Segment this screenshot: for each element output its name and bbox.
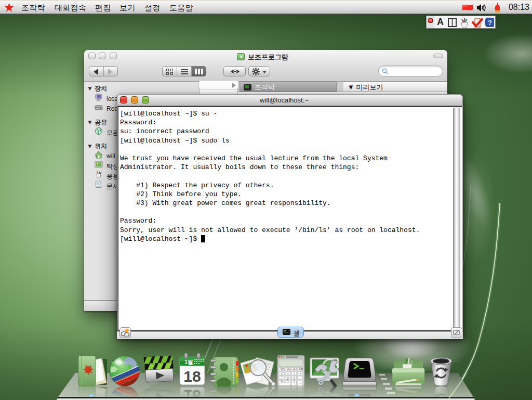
svg-text:MC: MC: [281, 368, 285, 371]
svg-text:?: ?: [488, 19, 492, 27]
svg-text:MR: MR: [299, 368, 303, 371]
svg-text:+: +: [300, 382, 301, 384]
svg-text:M+: M+: [287, 368, 290, 371]
svg-text:1월: 1월: [184, 359, 193, 365]
svg-text:M-: M-: [293, 368, 296, 371]
svg-text:18: 18: [183, 368, 201, 385]
svg-text:×: ×: [300, 372, 301, 375]
